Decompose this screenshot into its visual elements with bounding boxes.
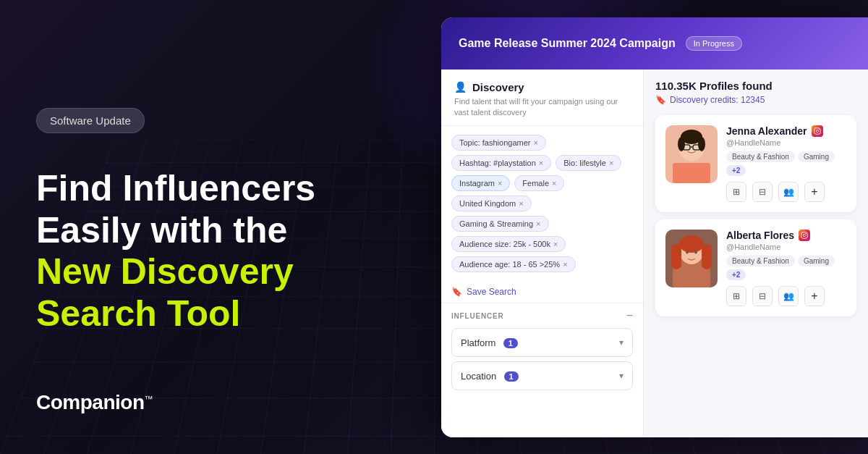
tag-plus: +2 bbox=[726, 165, 746, 176]
svg-point-24 bbox=[806, 232, 807, 233]
filter-remove-icon[interactable]: × bbox=[563, 260, 567, 269]
tag-gaming: Gaming bbox=[798, 256, 835, 266]
influencer-name-jenna: Jenna Alexander bbox=[726, 125, 807, 137]
tag-beauty-fashion: Beauty & Fashion bbox=[726, 256, 795, 266]
left-panel: Software Update Find Influencers Easily … bbox=[0, 0, 405, 454]
credits-icon: 🔖 bbox=[655, 95, 666, 105]
influencer-name-row-jenna: Jenna Alexander bbox=[726, 125, 846, 137]
headline-line3: New Discovery bbox=[36, 251, 369, 293]
filter-remove-icon[interactable]: × bbox=[552, 179, 556, 188]
filter-tag-hashtag[interactable]: Hashtag: #playstation × bbox=[451, 155, 551, 171]
profiles-count: 110.35K Profiles found bbox=[655, 80, 856, 92]
influencer-info-alberta: Alberta Flores @HandleName Beauty & Fash… bbox=[726, 230, 846, 306]
discovery-subtitle: Find talent that will fit your campaign … bbox=[454, 96, 630, 119]
filter-tag-audience-size[interactable]: Audience size: 25k - 500k × bbox=[451, 236, 566, 252]
save-search-icon: 🔖 bbox=[451, 287, 462, 297]
software-badge-text: Software Update bbox=[50, 114, 131, 127]
save-search-button[interactable]: 🔖 Save Search bbox=[441, 281, 643, 303]
view-profile-button[interactable]: ⊞ bbox=[726, 286, 746, 306]
add-to-list-button[interactable]: 👥 bbox=[778, 182, 799, 202]
filters-area: Topic: fashiongamer × Hashtag: #playstat… bbox=[441, 126, 643, 281]
filter-tag-gaming[interactable]: Gaming & Streaming × bbox=[451, 216, 549, 232]
compare-button[interactable]: ⊟ bbox=[752, 182, 773, 202]
discovery-title: Discovery bbox=[472, 81, 524, 93]
influencer-section-label: INFLUENCER bbox=[451, 312, 503, 320]
filter-tag-uk[interactable]: United Kingdom × bbox=[451, 196, 532, 211]
influencer-info-jenna: Jenna Alexander @HandleName Beauty & Fas… bbox=[726, 125, 846, 202]
filter-tag-audience-age[interactable]: Audience age: 18 - 65 >25% × bbox=[451, 256, 576, 272]
svg-point-23 bbox=[803, 234, 805, 236]
collapse-influencer-button[interactable]: − bbox=[626, 309, 633, 322]
filter-remove-icon[interactable]: × bbox=[533, 138, 537, 147]
view-profile-button[interactable]: ⊞ bbox=[726, 182, 746, 202]
instagram-icon-alberta bbox=[799, 230, 810, 241]
credits-text: Discovery credits: 12345 bbox=[670, 95, 765, 105]
influencer-card-jenna: Jenna Alexander @HandleName Beauty & Fas… bbox=[655, 115, 856, 212]
influencer-section: INFLUENCER − Platform 1 ▾ Location bbox=[441, 303, 643, 398]
influencer-handle-jenna: @HandleName bbox=[726, 138, 846, 147]
svg-point-17 bbox=[679, 235, 704, 253]
svg-point-12 bbox=[816, 130, 818, 132]
filter-remove-icon[interactable]: × bbox=[609, 159, 613, 167]
brand-logo: Companion™ bbox=[36, 391, 153, 414]
influencer-section-header: INFLUENCER − bbox=[451, 309, 633, 322]
influencer-card-alberta: Alberta Flores @HandleName Beauty & Fash… bbox=[655, 219, 856, 316]
svg-point-21 bbox=[694, 250, 697, 253]
influencer-name-row-alberta: Alberta Flores bbox=[726, 230, 846, 241]
avatar-jenna bbox=[665, 125, 718, 183]
filter-tag-female[interactable]: Female × bbox=[514, 175, 564, 191]
influencer-handle-alberta: @HandleName bbox=[726, 243, 846, 251]
filter-remove-icon[interactable]: × bbox=[553, 240, 558, 248]
tag-beauty-fashion: Beauty & Fashion bbox=[726, 151, 795, 162]
influencer-tags-jenna: Beauty & Fashion Gaming +2 bbox=[726, 151, 846, 176]
influencer-name-alberta: Alberta Flores bbox=[726, 230, 794, 241]
filter-remove-icon[interactable]: × bbox=[536, 219, 540, 228]
svg-rect-18 bbox=[671, 244, 681, 269]
ui-card: Game Release Summer 2024 Campaign In Pro… bbox=[441, 17, 868, 437]
tag-plus: +2 bbox=[726, 269, 746, 280]
add-button[interactable]: + bbox=[804, 286, 825, 306]
platform-count: 1 bbox=[503, 338, 518, 348]
influencer-tags-alberta: Beauty & Fashion Gaming +2 bbox=[726, 256, 846, 280]
instagram-icon-jenna bbox=[812, 125, 823, 137]
filter-remove-icon[interactable]: × bbox=[519, 199, 523, 208]
filter-tag-bio[interactable]: Bio: lifestyle × bbox=[556, 155, 621, 171]
svg-point-9 bbox=[678, 137, 685, 151]
influencer-actions-jenna: ⊞ ⊟ 👥 + bbox=[726, 182, 846, 202]
filter-remove-icon[interactable]: × bbox=[498, 179, 502, 188]
avatar-alberta bbox=[665, 230, 718, 287]
svg-rect-19 bbox=[702, 244, 712, 269]
tag-gaming: Gaming bbox=[798, 151, 835, 162]
filter-tag-topic[interactable]: Topic: fashiongamer × bbox=[451, 135, 546, 151]
platform-label: Platform bbox=[461, 337, 495, 348]
save-search-label: Save Search bbox=[467, 287, 516, 297]
svg-point-10 bbox=[698, 137, 705, 151]
software-update-badge: Software Update bbox=[36, 108, 145, 133]
svg-point-13 bbox=[818, 128, 819, 129]
location-label: Location bbox=[461, 371, 496, 382]
add-button[interactable]: + bbox=[804, 182, 825, 202]
chevron-down-icon: ▾ bbox=[619, 337, 624, 348]
discovery-title-row: 👤 Discovery bbox=[454, 81, 630, 93]
add-to-list-button[interactable]: 👥 bbox=[778, 286, 799, 306]
status-badge: In Progress bbox=[686, 36, 742, 51]
campaign-title: Game Release Summer 2024 Campaign bbox=[459, 37, 676, 50]
headline-line2: Easily with the bbox=[36, 210, 369, 252]
influencer-actions-alberta: ⊞ ⊟ 👥 + bbox=[726, 286, 846, 306]
discovery-header: 👤 Discovery Find talent that will fit yo… bbox=[441, 70, 643, 127]
filter-tag-instagram[interactable]: Instagram × bbox=[451, 175, 510, 191]
headline-line4: Search Tool bbox=[36, 293, 369, 335]
chevron-down-icon: ▾ bbox=[619, 371, 624, 381]
right-panel: Game Release Summer 2024 Campaign In Pro… bbox=[420, 0, 868, 454]
card-left-sidebar: 👤 Discovery Find talent that will fit yo… bbox=[441, 70, 644, 437]
filter-remove-icon[interactable]: × bbox=[539, 159, 543, 167]
svg-rect-3 bbox=[673, 163, 710, 183]
compare-button[interactable]: ⊟ bbox=[752, 286, 773, 306]
platform-dropdown[interactable]: Platform 1 ▾ bbox=[451, 328, 633, 357]
svg-point-20 bbox=[686, 250, 689, 253]
headline: Find Influencers Easily with the New Dis… bbox=[36, 168, 369, 335]
card-body: 👤 Discovery Find talent that will fit yo… bbox=[441, 70, 868, 437]
discovery-icon: 👤 bbox=[454, 81, 467, 93]
location-dropdown[interactable]: Location 1 ▾ bbox=[451, 361, 633, 390]
discovery-credits-row: 🔖 Discovery credits: 12345 bbox=[655, 95, 856, 105]
